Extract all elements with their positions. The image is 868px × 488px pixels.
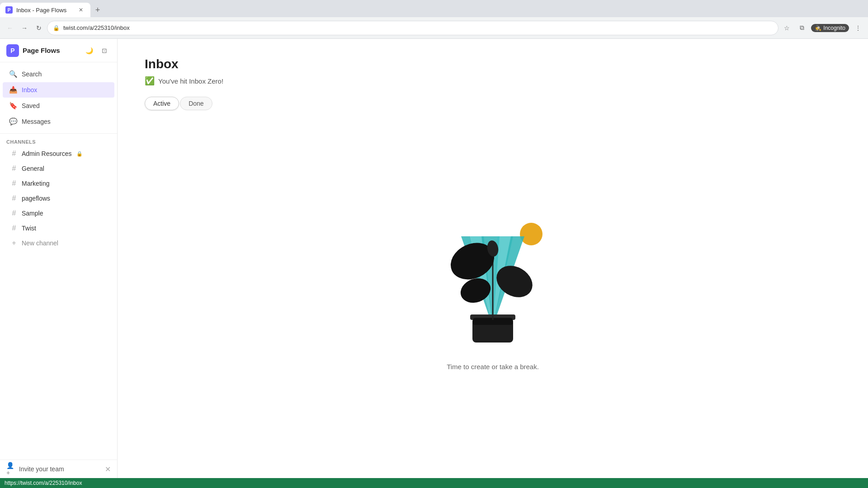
nav-extras: ☆ ⧉ 🕵 Incognito ⋮ (780, 22, 864, 34)
sidebar-item-search[interactable]: 🔍 Search (3, 66, 114, 82)
new-tab-button[interactable]: + (90, 3, 105, 17)
plant-svg (448, 239, 538, 320)
hash-icon: # (10, 224, 18, 232)
plus-icon: + (10, 239, 18, 247)
check-icon: ✅ (145, 76, 155, 86)
inbox-zero-text: You've hit Inbox Zero! (158, 77, 223, 85)
channel-item-marketing[interactable]: # Marketing (6, 176, 111, 191)
hash-icon: # (10, 164, 18, 173)
theme-toggle-button[interactable]: 🌙 (83, 44, 95, 57)
sidebar-item-messages[interactable]: 💬 Messages (3, 114, 114, 129)
sidebar-item-saved[interactable]: 🔖 Saved (3, 98, 114, 113)
sidebar-header-actions: 🌙 ⊡ (83, 44, 111, 57)
browser-chrome: P Inbox - Page Flows ✕ + ← → ↻ 🔒 twist.c… (0, 0, 868, 39)
tab-bar: P Inbox - Page Flows ✕ + (0, 0, 868, 17)
channel-item-sample[interactable]: # Sample (6, 206, 111, 221)
search-icon: 🔍 (9, 70, 17, 78)
address-bar[interactable]: 🔒 twist.com/a/225310/inbox (47, 21, 778, 35)
hash-icon: # (10, 194, 18, 202)
tab-title: Inbox - Page Flows (16, 7, 73, 14)
hash-icon: # (10, 150, 18, 158)
status-bar: https://twist.com/a/225310/inbox (0, 478, 868, 488)
lock-icon: 🔒 (76, 151, 83, 157)
workspace-icon: P (6, 44, 19, 57)
sidebar-item-inbox[interactable]: 📥 Inbox (3, 82, 114, 98)
bookmark-button[interactable]: ☆ (780, 22, 793, 34)
channel-name: pageflows (22, 195, 50, 202)
tab-favicon: P (5, 6, 13, 14)
channel-item-admin-resources[interactable]: # Admin Resources 🔒 (6, 146, 111, 161)
hash-icon: # (10, 209, 18, 217)
navigation-bar: ← → ↻ 🔒 twist.com/a/225310/inbox ☆ ⧉ 🕵 I… (0, 17, 868, 39)
security-lock-icon: 🔒 (53, 25, 60, 31)
channels-title: Channels (6, 139, 111, 145)
status-url: https://twist.com/a/225310/inbox (5, 480, 82, 486)
nav-label-inbox: Inbox (22, 86, 37, 94)
sidebar: P Page Flows 🌙 ⊡ 🔍 Search 📥 Inbox 🔖 Save… (0, 39, 118, 478)
address-text: twist.com/a/225310/inbox (63, 24, 773, 31)
svg-point-11 (457, 274, 494, 306)
invite-icon: 👤+ (6, 465, 15, 474)
plant-illustration (425, 214, 561, 354)
tab-active-button[interactable]: Active (145, 97, 179, 110)
inbox-zero-message: ✅ You've hit Inbox Zero! (145, 76, 841, 86)
messages-icon: 💬 (9, 117, 17, 126)
sidebar-invite[interactable]: 👤+ Invite your team ✕ (0, 460, 117, 478)
browser-tab-active[interactable]: P Inbox - Page Flows ✕ (0, 3, 90, 17)
workspace-name: Page Flows (23, 47, 79, 54)
incognito-icon: 🕵 (815, 25, 821, 31)
nav-label-search: Search (22, 70, 42, 78)
incognito-label: Incognito (823, 25, 845, 31)
main-content: Inbox ✅ You've hit Inbox Zero! Active Do… (118, 39, 868, 478)
app-container: P Page Flows 🌙 ⊡ 🔍 Search 📥 Inbox 🔖 Save… (0, 39, 868, 478)
inbox-tabs-bar: Active Done (145, 97, 841, 110)
channel-name: General (22, 165, 44, 172)
layout-button[interactable]: ⊡ (98, 44, 111, 57)
new-channel-label: New channel (22, 239, 58, 247)
back-button[interactable]: ← (4, 22, 16, 34)
channel-name: Admin Resources (22, 150, 72, 157)
illustration-caption: Time to create or take a break. (447, 363, 539, 371)
channels-section: Channels # Admin Resources 🔒 # General #… (0, 134, 117, 253)
channel-name: Twist (22, 225, 36, 232)
menu-button[interactable]: ⋮ (852, 22, 864, 34)
invite-close-button[interactable]: ✕ (105, 465, 111, 474)
channel-item-pageflows[interactable]: # pageflows (6, 191, 111, 206)
illustration-area: Time to create or take a break. (145, 124, 841, 460)
nav-label-messages: Messages (22, 118, 51, 125)
new-channel-button[interactable]: + New channel (6, 236, 111, 250)
sidebar-header: P Page Flows 🌙 ⊡ (0, 39, 117, 62)
forward-button[interactable]: → (18, 22, 31, 34)
channel-name: Marketing (22, 180, 49, 187)
incognito-badge: 🕵 Incognito (811, 24, 849, 32)
inbox-container: Inbox ✅ You've hit Inbox Zero! Active Do… (118, 39, 868, 478)
inbox-icon: 📥 (9, 86, 17, 94)
nav-label-saved: Saved (22, 102, 40, 109)
hash-icon: # (10, 179, 18, 188)
tab-done-button[interactable]: Done (180, 97, 212, 110)
saved-icon: 🔖 (9, 102, 17, 110)
channel-item-general[interactable]: # General (6, 161, 111, 176)
refresh-button[interactable]: ↻ (33, 22, 45, 34)
inbox-title: Inbox (145, 57, 841, 71)
split-view-button[interactable]: ⧉ (796, 22, 808, 34)
channel-name: Sample (22, 210, 43, 217)
channel-item-twist[interactable]: # Twist (6, 221, 111, 235)
sidebar-nav: 🔍 Search 📥 Inbox 🔖 Saved 💬 Messages (0, 62, 117, 134)
svg-point-10 (491, 259, 538, 303)
tab-close-button[interactable]: ✕ (77, 6, 85, 14)
invite-label: Invite your team (19, 465, 101, 473)
